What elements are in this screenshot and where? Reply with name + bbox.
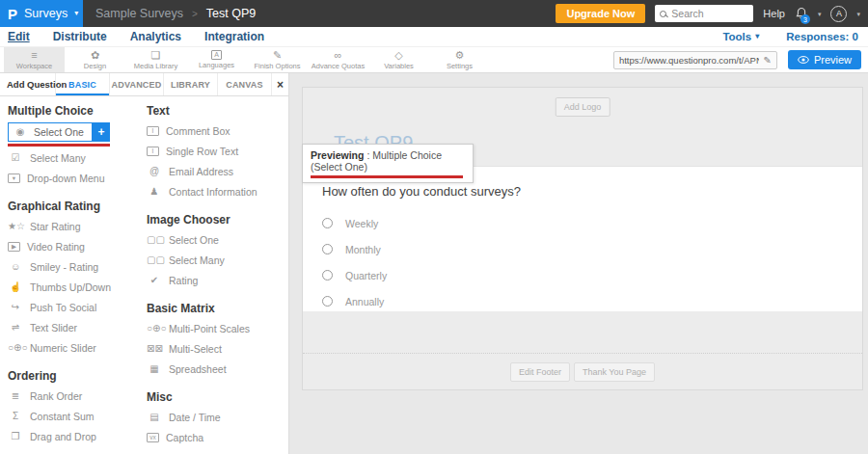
toolbar-item-advance-quotas[interactable]: ∞ Advance Quotas <box>308 47 368 72</box>
question-type-email-address[interactable]: @ Email Address <box>147 161 288 181</box>
textline-icon: I <box>147 147 159 156</box>
toolbar-item-finish-options[interactable]: ✎ Finish Options <box>247 47 308 72</box>
links-icon: ∞ <box>335 49 342 61</box>
question-types-column-1: Multiple Choice ◉ Select One + ☑ Select … <box>8 96 143 454</box>
answer-option[interactable]: Quarterly <box>322 262 862 288</box>
drag-icon: ❐ <box>8 432 23 441</box>
question-type-star-rating[interactable]: ★☆ Star Rating <box>8 216 143 236</box>
question-type-numeric-slider[interactable]: ○⊕○ Numeric Slider <box>8 337 143 358</box>
question-type-label: Spreadsheet <box>169 363 227 375</box>
search-icon <box>660 11 666 17</box>
avatar[interactable]: A <box>830 6 847 22</box>
question-type-text-slider[interactable]: ⇌ Text Slider <box>8 317 143 337</box>
toolbar-item-languages[interactable]: A Languages <box>186 47 247 72</box>
tab-basic[interactable]: BASIC <box>56 73 110 95</box>
question-type-multi-select[interactable]: ⊠⊠ Multi-Select <box>147 338 288 359</box>
topbar-right: Upgrade Now Help 3 ▾ A ▾ <box>556 4 868 23</box>
nav-analytics[interactable]: Analytics <box>130 30 181 43</box>
toolbar-item-settings[interactable]: ⚙ Settings <box>429 47 490 72</box>
surveys-menu[interactable]: P Surveys ▾ <box>0 0 83 27</box>
annotation-underline <box>311 175 463 178</box>
option-label: Monthly <box>345 244 381 255</box>
radio-icon[interactable] <box>322 270 333 280</box>
radio-icon[interactable] <box>322 218 333 228</box>
question-type-captcha[interactable]: vx Captcha <box>147 427 288 447</box>
search-box[interactable] <box>655 5 753 22</box>
radio-icon[interactable] <box>322 244 333 254</box>
question-type-label: Single Row Text <box>166 146 238 157</box>
option-label: Quarterly <box>345 270 387 281</box>
footer-buttons: Edit Footer Thank You Page <box>303 354 862 389</box>
notification-count-badge: 3 <box>800 14 810 24</box>
question-type-drag-and-drop[interactable]: ❐ Drag and Drop <box>8 426 143 446</box>
captcha-icon: vx <box>147 433 159 442</box>
survey-preview-card: Add Logo Test QP9 Previewing : Multiple … <box>302 87 863 390</box>
question-type-image-select-one[interactable]: ▢▢ Select One <box>147 229 288 250</box>
answer-option[interactable]: Weekly <box>322 210 862 236</box>
question-type-contact-information[interactable]: ♟ Contact Information <box>147 181 288 201</box>
question-type-select-many[interactable]: ☑ Select Many <box>8 147 143 168</box>
nav-edit[interactable]: Edit <box>8 30 30 43</box>
thank-you-page-button[interactable]: Thank You Page <box>574 362 655 382</box>
question-text[interactable]: How often do you conduct surveys? <box>322 184 862 199</box>
question-type-label: Comment Box <box>166 125 231 137</box>
question-type-single-row-text[interactable]: I Single Row Text <box>147 141 288 161</box>
survey-url[interactable]: https://www.questionpro.com/t/APNrfZ <box>619 55 760 66</box>
tag-icon: ◇ <box>394 49 402 61</box>
answer-option[interactable]: Annually <box>322 288 862 314</box>
question-type-date-time[interactable]: ▤ Date / Time <box>147 407 288 427</box>
product-name: Surveys <box>24 7 68 20</box>
edit-url-icon[interactable]: ✎ <box>763 55 771 66</box>
add-logo-button[interactable]: Add Logo <box>556 97 610 117</box>
add-question-button[interactable]: + <box>93 122 110 142</box>
question-type-smiley-rating[interactable]: ☺ Smiley - Rating <box>8 256 143 277</box>
question-type-calendar[interactable]: ▦ Calendar <box>147 447 288 454</box>
toolbar-item-design[interactable]: ✿ Design <box>65 47 125 72</box>
help-link[interactable]: Help <box>763 8 785 19</box>
question-type-push-to-social[interactable]: ↪ Push To Social <box>8 297 143 317</box>
question-type-label: Rating <box>169 275 198 286</box>
breadcrumb-parent[interactable]: Sample Surveys <box>95 7 183 20</box>
responses-link[interactable]: Responses: 0 <box>786 31 858 42</box>
answer-option[interactable]: Monthly <box>322 236 862 262</box>
toolbar-item-variables[interactable]: ◇ Variables <box>368 47 429 72</box>
tab-canvas[interactable]: CANVAS <box>218 73 272 95</box>
nav-distribute[interactable]: Distribute <box>53 30 107 43</box>
toolbar-item-workspace[interactable]: ≡ Workspace <box>4 47 65 72</box>
upgrade-now-button[interactable]: Upgrade Now <box>556 4 645 23</box>
question-type-video-rating[interactable]: ▶ Video Rating <box>8 236 143 256</box>
question-type-image-select-many[interactable]: ▢▢ Select Many <box>147 250 288 270</box>
question-type-spreadsheet[interactable]: ▦ Spreadsheet <box>147 359 288 379</box>
survey-footer: Edit Footer Thank You Page <box>303 311 862 389</box>
section-heading: Basic Matrix <box>147 302 288 318</box>
question-type-label: Thumbs Up/Down <box>30 281 111 293</box>
eye-icon <box>798 55 809 65</box>
toolbar-item-media-library[interactable]: ❏ Media Library <box>125 47 186 72</box>
chevron-down-icon[interactable]: ▾ <box>856 11 860 17</box>
preview-button[interactable]: Preview <box>788 50 861 69</box>
survey-url-field[interactable]: https://www.questionpro.com/t/APNrfZ ✎ <box>613 51 777 69</box>
nav-integration[interactable]: Integration <box>204 30 264 43</box>
tab-library[interactable]: LIBRARY <box>164 73 218 95</box>
search-input[interactable] <box>671 8 743 19</box>
question-type-image-rating[interactable]: ✔ Rating <box>147 270 288 290</box>
question-type-dropdown-menu[interactable]: ▾ Drop-down Menu <box>8 168 143 188</box>
close-icon[interactable]: × <box>272 73 288 95</box>
scale-icon: ○⊕○ <box>147 324 162 334</box>
radio-icon[interactable] <box>322 296 333 307</box>
question-type-label: Multi-Point Scales <box>169 323 250 334</box>
question-type-select-one[interactable]: ◉ Select One <box>8 122 93 142</box>
chevron-down-icon: ▾ <box>74 10 78 17</box>
breadcrumb-current: Test QP9 <box>206 7 256 20</box>
section-heading: Graphical Rating <box>8 200 143 216</box>
question-type-rank-order[interactable]: ≣ Rank Order <box>8 386 143 406</box>
question-type-thumbs-up-down[interactable]: ☝ Thumbs Up/Down <box>8 277 143 297</box>
edit-footer-button[interactable]: Edit Footer <box>510 362 570 382</box>
tab-advanced[interactable]: ADVANCED <box>110 73 164 95</box>
chevron-down-icon[interactable]: ▾ <box>818 11 822 17</box>
question-type-comment-box[interactable]: I Comment Box <box>147 120 288 141</box>
notifications-button[interactable]: 3 <box>795 7 808 20</box>
question-type-constant-sum[interactable]: Σ Constant Sum <box>8 406 143 426</box>
tools-dropdown[interactable]: Tools▾ <box>722 31 759 42</box>
question-type-multi-point-scales[interactable]: ○⊕○ Multi-Point Scales <box>147 318 288 338</box>
